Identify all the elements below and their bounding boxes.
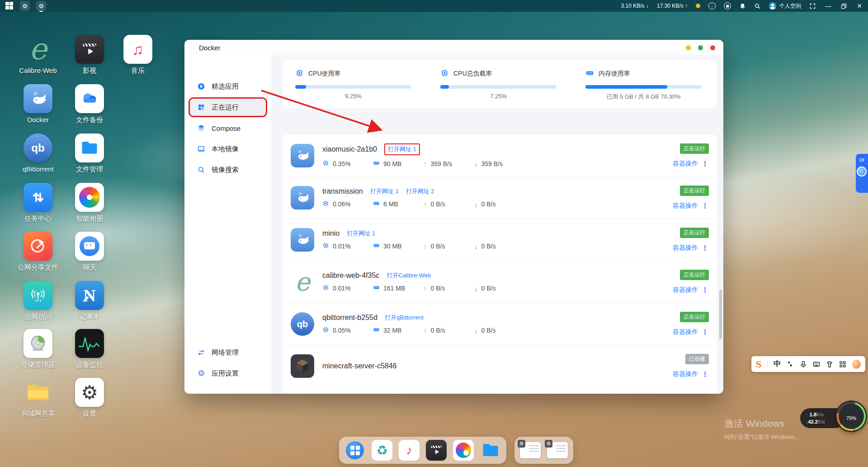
bell-icon[interactable]	[739, 3, 746, 10]
dock-photos-icon[interactable]	[453, 440, 474, 461]
more-dots-icon[interactable]: ⋮	[702, 202, 709, 210]
dock: ♻♪ ⚙⚙	[339, 437, 573, 464]
desktop-icon-chat[interactable]: 聊天	[75, 232, 104, 261]
public-access-icon	[24, 281, 52, 310]
start-menu-icon[interactable]	[5, 2, 14, 10]
sidebar-item-label: 正在运行	[212, 103, 239, 112]
container-actions-button[interactable]: 容器操作⋮	[673, 202, 709, 210]
desktop-icon-whale[interactable]: Docker	[24, 84, 52, 113]
folder-icon	[75, 133, 104, 162]
minimize-button[interactable]: —	[824, 2, 832, 10]
skin-icon[interactable]	[826, 361, 833, 368]
desktop-icon-tasks[interactable]: 任务中心	[24, 183, 52, 212]
more-dots-icon[interactable]: ⋮	[702, 328, 709, 336]
container-cpu: 0.01%	[322, 242, 358, 250]
public-share-icon	[24, 232, 52, 261]
sidebar-item-compose[interactable]: Compose	[190, 119, 266, 137]
download-arrow-icon: ↓	[474, 243, 478, 250]
sidebar-item-gear[interactable]: ⚙应用设置	[190, 365, 266, 382]
dock-launcher-icon[interactable]	[344, 440, 365, 461]
ai-assistant-icon[interactable]	[852, 360, 861, 369]
open-url-link[interactable]: 打开网址 1	[370, 187, 399, 195]
desktop-icon-share[interactable]: 公网分享文件	[24, 232, 52, 261]
network-down-speed: 3.10 KB/s ↓	[621, 3, 649, 9]
taskbar-app-button[interactable]: ⚙	[20, 1, 30, 11]
desktop-icon-storage[interactable]: 存储管理器	[24, 329, 52, 358]
container-download: ↓0 B/s	[474, 200, 509, 208]
window-titlebar[interactable]: Docker	[184, 40, 723, 55]
cpu-percent-ring[interactable]: 79%	[835, 400, 867, 432]
dock-recycle-bin-icon[interactable]: ♻	[372, 440, 392, 461]
open-url-link[interactable]: 打开qBittorrent	[385, 314, 424, 322]
edge-widget-icon	[857, 167, 867, 176]
status-dot-icon[interactable]	[696, 4, 700, 8]
open-url-link[interactable]: 打开网址 1	[347, 229, 375, 238]
sidebar-item-search[interactable]: 镜像搜索	[190, 161, 266, 178]
more-dots-icon[interactable]: ⋮	[702, 244, 709, 252]
toolbox-icon[interactable]	[839, 361, 846, 368]
stat-label: CPU使用率	[308, 70, 341, 78]
sidebar-item-featured[interactable]: 精选应用	[190, 78, 266, 95]
upload-arrow-icon: ↑	[424, 327, 427, 334]
close-light-button[interactable]	[710, 45, 715, 50]
sogou-logo-icon[interactable]: S	[756, 358, 761, 370]
user-menu[interactable]: 个人空间	[769, 2, 801, 10]
desktop-icon-notes[interactable]: N记事本	[75, 281, 104, 310]
dock-movie-icon[interactable]	[426, 440, 447, 461]
sidebar-item-running[interactable]: 正在运行	[190, 99, 266, 116]
scrollbar[interactable]	[719, 290, 722, 339]
desktop-icon-folder[interactable]: 文件管理	[75, 133, 104, 162]
desktop-icon-settings[interactable]: ⚙设置	[75, 378, 104, 407]
desktop-icon-music[interactable]: ♫音乐	[123, 35, 152, 64]
ime-mode-chinese[interactable]: 中	[774, 359, 781, 369]
close-button[interactable]: ×	[855, 1, 863, 11]
container-actions-button[interactable]: 容器操作⋮	[673, 370, 709, 378]
desktop-icon-monitor[interactable]: 设备监控	[75, 329, 104, 358]
fullscreen-icon[interactable]	[809, 3, 816, 10]
container-actions-button[interactable]: 容器操作⋮	[673, 160, 709, 168]
minimize-light-button[interactable]	[686, 45, 691, 50]
dock-music-icon[interactable]: ♪	[399, 440, 420, 461]
edge-floating-widget[interactable]: or	[856, 154, 868, 193]
open-url-link[interactable]: 打开Calibre-Web	[387, 272, 431, 280]
calibre-icon: e	[291, 270, 314, 294]
status-badge: 正在运行	[680, 270, 709, 280]
dock-window-preview[interactable]: ⚙	[520, 442, 541, 458]
desktop-icon-photos[interactable]: 智能相册	[75, 183, 104, 212]
container-name: calibre-web-4f35c	[322, 272, 379, 280]
desktop-icon-calibre[interactable]: eCalibre-Web	[24, 35, 52, 64]
dock-window-preview[interactable]: ⚙	[547, 442, 568, 458]
container-stats: 0.35%90 MB↑359 B/s↓359 B/s	[322, 160, 525, 168]
sidebar-item-local[interactable]: 本地镜像	[190, 140, 266, 157]
container-actions-button[interactable]: 容器操作⋮	[673, 328, 709, 336]
search-icon[interactable]	[754, 3, 761, 10]
stat-progressbar	[440, 85, 557, 89]
mic-icon[interactable]	[800, 361, 807, 368]
dock-folder-icon[interactable]	[480, 440, 501, 461]
keyboard-icon[interactable]	[813, 361, 820, 368]
qbittorrent-icon: qb	[291, 312, 314, 336]
restore-button[interactable]	[840, 3, 847, 10]
container-row: ecalibre-web-4f35c打开Calibre-Web0.01%161 …	[283, 261, 717, 303]
taskbar-app-button-active[interactable]: ⚙	[36, 1, 46, 11]
desktop-icon-movie[interactable]: 影视	[75, 35, 104, 64]
sync-icon[interactable]: ↓	[708, 2, 716, 10]
container-actions-button[interactable]: 容器操作⋮	[673, 244, 709, 252]
record-icon[interactable]: ▣	[724, 2, 731, 10]
maximize-light-button[interactable]	[698, 45, 703, 50]
open-url-link[interactable]: 打开网址 1	[384, 143, 420, 155]
photos-icon	[75, 183, 104, 212]
desktop-icon-qb[interactable]: qbqBittorrent	[24, 133, 52, 162]
pen-icon[interactable]	[787, 361, 794, 368]
download-arrow-icon: ↓	[474, 160, 478, 167]
sidebar-item-network[interactable]: 网络管理	[190, 344, 266, 361]
desktop-icon-lanshare[interactable]: 局域网共享	[24, 378, 52, 407]
more-dots-icon[interactable]: ⋮	[702, 286, 709, 294]
cpu-icon	[322, 242, 329, 250]
desktop-icon-antenna[interactable]: 公网访问	[24, 281, 52, 310]
open-url-link[interactable]: 打开网址 2	[406, 187, 434, 195]
more-dots-icon[interactable]: ⋮	[702, 160, 709, 168]
desktop-icon-backup[interactable]: 文件备份	[75, 84, 104, 113]
more-dots-icon[interactable]: ⋮	[702, 370, 709, 378]
container-actions-button[interactable]: 容器操作⋮	[673, 286, 709, 294]
